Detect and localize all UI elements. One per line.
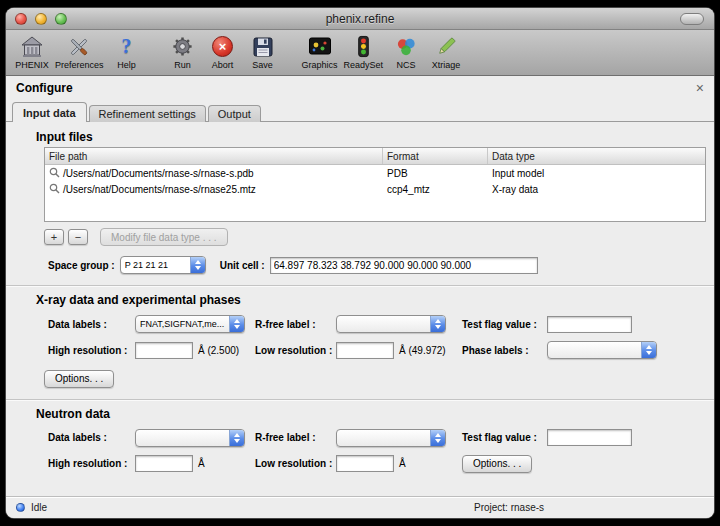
modify-file-data-type-button[interactable]: Modify file data type . . .	[100, 228, 228, 246]
space-group-combobox[interactable]: P 21 21 21	[120, 256, 206, 274]
traffic-lights	[15, 13, 67, 25]
zoom-window-button[interactable]	[55, 13, 67, 25]
space-group-value: P 21 21 21	[121, 257, 190, 273]
toolbar-label-save: Save	[252, 60, 273, 71]
toolbar: PHENIX Preferences ? Help	[6, 30, 714, 76]
preferences-tools-icon	[67, 34, 91, 60]
app-window: phenix.refine PHENIX Preferences	[6, 8, 714, 518]
close-window-button[interactable]	[15, 13, 27, 25]
stepper-icon[interactable]	[190, 257, 205, 273]
xray-options-button[interactable]: Options. . .	[44, 370, 114, 388]
column-header-data-type[interactable]: Data type	[488, 148, 705, 164]
toolbar-button-ncs[interactable]: NCS	[386, 34, 426, 71]
data-type-cell: X-ray data	[488, 184, 705, 195]
xray-data-labels-value: FNAT,SIGFNAT,me...	[136, 316, 229, 332]
neutron-rfree-label: R-free label :	[255, 432, 331, 443]
toolbar-button-help[interactable]: ? Help	[107, 34, 147, 71]
xray-low-res-label: Low resolution :	[255, 345, 331, 356]
neutron-options-button[interactable]: Options. . .	[462, 455, 532, 473]
xray-high-res-hint: Å (2.500)	[198, 345, 239, 356]
minimize-window-button[interactable]	[35, 13, 47, 25]
neutron-section-title: Neutron data	[36, 407, 714, 421]
xray-low-res-hint: Å (49.972)	[399, 345, 446, 356]
toolbar-group-tools: Graphics ReadySet NCS	[299, 34, 467, 71]
xray-phase-labels-value	[548, 342, 641, 358]
space-group-label: Space group :	[48, 260, 115, 271]
readyset-traffic-light-icon	[352, 34, 375, 60]
section-divider	[6, 399, 714, 401]
neutron-rfree-value	[337, 430, 430, 446]
xray-phase-labels-dropdown[interactable]	[547, 341, 657, 359]
toolbar-label-run: Run	[174, 60, 191, 71]
stepper-icon[interactable]	[641, 342, 656, 358]
run-gear-icon	[171, 34, 194, 60]
toolbar-button-preferences[interactable]: Preferences	[52, 34, 107, 71]
xray-test-flag-label: Test flag value :	[462, 319, 542, 330]
stepper-icon[interactable]	[229, 316, 244, 332]
neutron-test-flag-input[interactable]	[547, 429, 632, 446]
xray-low-res-input[interactable]	[336, 342, 394, 359]
xray-section-title: X-ray data and experimental phases	[36, 293, 714, 307]
file-path-cell: /Users/nat/Documents/rnase-s/rnase-s.pdb	[63, 168, 254, 179]
xray-resolution-row: High resolution : Å (2.500) Low resoluti…	[48, 341, 714, 359]
xray-high-res-label: High resolution :	[48, 345, 130, 356]
toolbar-button-xtriage[interactable]: Xtriage	[426, 34, 466, 71]
xray-rfree-value	[337, 316, 430, 332]
toolbar-button-abort[interactable]: × Abort	[203, 34, 243, 71]
tab-output[interactable]: Output	[208, 105, 261, 122]
toolbar-button-run[interactable]: Run	[163, 34, 203, 71]
toolbar-toggle-button[interactable]	[680, 13, 704, 25]
toolbar-button-save[interactable]: Save	[243, 34, 283, 71]
neutron-test-flag-label: Test flag value :	[462, 432, 542, 443]
configure-header: Configure ×	[6, 76, 714, 100]
unit-cell-input[interactable]	[270, 257, 538, 274]
xray-rfree-dropdown[interactable]	[336, 315, 446, 333]
format-cell: PDB	[383, 168, 488, 179]
toolbar-button-readyset[interactable]: ReadySet	[341, 34, 387, 71]
table-header-row: File path Format Data type	[45, 148, 705, 165]
window-title: phenix.refine	[6, 12, 714, 26]
column-header-file-path[interactable]: File path	[45, 148, 383, 164]
xray-test-flag-input[interactable]	[547, 316, 632, 333]
space-group-row: Space group : P 21 21 21 Unit cell :	[48, 256, 714, 274]
neutron-data-labels-dropdown[interactable]	[135, 429, 245, 447]
help-question-icon: ?	[122, 34, 132, 60]
neutron-low-res-input[interactable]	[336, 455, 394, 472]
neutron-low-res-label: Low resolution :	[255, 458, 331, 469]
toolbar-group-run: Run × Abort Save	[163, 34, 283, 71]
table-row[interactable]: /Users/nat/Documents/rnase-s/rnase25.mtz…	[45, 181, 705, 197]
stepper-icon[interactable]	[430, 430, 445, 446]
table-row[interactable]: /Users/nat/Documents/rnase-s/rnase-s.pdb…	[45, 165, 705, 181]
toolbar-button-phenix[interactable]: PHENIX	[12, 34, 52, 71]
stepper-icon[interactable]	[229, 430, 244, 446]
stepper-icon[interactable]	[430, 316, 445, 332]
neutron-resolution-row: High resolution : Å Low resolution : Å O…	[48, 455, 714, 473]
add-file-button[interactable]: +	[44, 229, 64, 245]
phenix-home-icon	[20, 34, 44, 60]
tab-refinement-settings[interactable]: Refinement settings	[89, 105, 206, 122]
toolbar-label-phenix: PHENIX	[15, 60, 49, 71]
input-files-table[interactable]: File path Format Data type /Users/nat/Do…	[44, 147, 706, 222]
toolbar-label-xtriage: Xtriage	[432, 60, 461, 71]
input-data-panel: Input files File path Format Data type /…	[6, 122, 714, 496]
graphics-icon	[308, 34, 332, 60]
toolbar-label-graphics: Graphics	[302, 60, 338, 71]
column-header-format[interactable]: Format	[383, 148, 488, 164]
configure-title: Configure	[16, 81, 73, 95]
tab-input-data[interactable]: Input data	[12, 102, 87, 122]
titlebar[interactable]: phenix.refine	[6, 8, 714, 30]
format-cell: ccp4_mtz	[383, 184, 488, 195]
xray-phase-labels-label: Phase labels :	[462, 345, 542, 356]
toolbar-button-graphics[interactable]: Graphics	[299, 34, 341, 71]
input-files-section-title: Input files	[36, 130, 714, 144]
xray-data-labels-dropdown[interactable]: FNAT,SIGFNAT,me...	[135, 315, 245, 333]
abort-icon: ×	[212, 34, 233, 60]
tab-bar: Input data Refinement settings Output	[6, 100, 714, 122]
data-type-cell: Input model	[488, 168, 705, 179]
neutron-high-res-input[interactable]	[135, 455, 193, 472]
neutron-rfree-dropdown[interactable]	[336, 429, 446, 447]
remove-file-button[interactable]: −	[68, 229, 88, 245]
xray-high-res-input[interactable]	[135, 342, 193, 359]
neutron-labels-row: Data labels : R-free label : Test flag v…	[48, 429, 714, 447]
close-panel-icon[interactable]: ×	[696, 81, 704, 95]
